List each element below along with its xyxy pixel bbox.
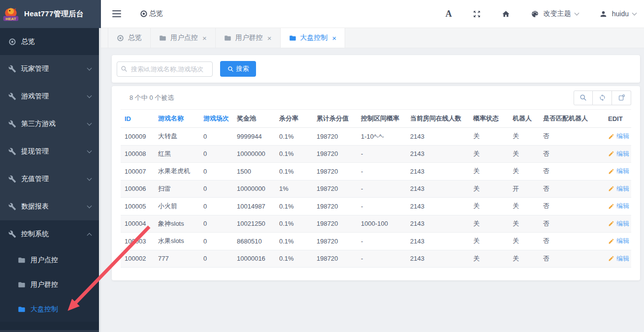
table-cell: 2143	[406, 250, 469, 268]
table-cell: 0.1%	[275, 250, 313, 268]
table-cell: 红黑	[154, 145, 199, 163]
sidebar-item-label: 控制系统	[21, 230, 49, 239]
search-icon	[121, 65, 128, 72]
table-cell: 0	[199, 250, 233, 268]
sidebar-item-recharge-management[interactable]: 充值管理	[0, 165, 101, 193]
tab-label: 大盘控制	[300, 33, 328, 42]
table-cell: 小火箭	[154, 198, 199, 215]
table-cell: 关	[469, 215, 509, 233]
font-size-button[interactable]: A	[446, 9, 452, 19]
edit-label: 编辑	[616, 237, 629, 245]
table-search-button[interactable]	[574, 91, 593, 105]
sidebar-scrollbar[interactable]	[99, 28, 101, 332]
home-button[interactable]	[502, 10, 510, 18]
edit-cell: 编辑	[604, 128, 631, 146]
main-area: 总览 A 改变主题 huidu 总览	[101, 0, 644, 332]
edit-button[interactable]: 编辑	[608, 150, 629, 158]
app-logo: HEAT	[2, 6, 20, 22]
column-header-edit: EDIT	[604, 110, 631, 128]
table-cell: -	[357, 145, 406, 163]
table-refresh-button[interactable]	[593, 91, 612, 105]
sidebar-item-withdrawal-management[interactable]: 提现管理	[0, 138, 101, 165]
user-dropdown[interactable]: huidu	[599, 10, 636, 18]
edit-label: 编辑	[616, 132, 629, 141]
close-tab-icon[interactable]: ×	[332, 34, 337, 42]
sidebar-item-data-reports[interactable]: 数据报表	[0, 193, 101, 220]
sidebar-footer	[0, 322, 101, 330]
search-button-label: 搜索	[236, 64, 249, 73]
column-header-id[interactable]: ID	[121, 110, 154, 128]
edit-button[interactable]: 编辑	[608, 237, 629, 245]
table-export-button[interactable]	[612, 91, 631, 105]
menu-toggle-icon[interactable]	[112, 10, 121, 17]
table-cell: 0	[199, 215, 233, 233]
fullscreen-button[interactable]	[473, 10, 481, 18]
table-cell: 2143	[406, 145, 469, 163]
edit-cell: 编辑	[604, 145, 631, 163]
eye-icon	[140, 10, 148, 18]
sidebar-item-label: 玩家管理	[21, 64, 49, 73]
table-row: 100007水果老虎机015000.1%198720-2143关关否编辑	[121, 163, 631, 181]
tab-user-group-control[interactable]: 用户群控 ×	[216, 28, 281, 48]
sidebar-item-third-party-games[interactable]: 第三方游戏	[0, 110, 101, 138]
edit-button[interactable]: 编辑	[608, 184, 629, 193]
search-button[interactable]: 搜索	[220, 61, 256, 77]
selection-summary: 8 个中 0 个被选	[129, 93, 174, 102]
search-icon	[580, 94, 587, 101]
search-input[interactable]	[117, 61, 213, 77]
chevron-down-icon	[87, 65, 92, 70]
edit-button[interactable]: 编辑	[608, 254, 629, 263]
table-cell: 0	[199, 163, 233, 181]
table-cell: 0.1%	[275, 215, 313, 233]
table-cell: 100006	[121, 180, 154, 198]
sidebar-item-label: 总览	[21, 37, 35, 46]
table-cell: 关	[509, 163, 539, 181]
edit-button[interactable]: 编辑	[608, 167, 629, 176]
eye-icon	[117, 34, 124, 42]
breadcrumb-label: 总览	[149, 9, 163, 18]
table-cell: 100009	[121, 128, 154, 146]
sidebar-item-market-control[interactable]: 大盘控制	[0, 297, 101, 322]
column-header-probability-status: 概率状态	[469, 110, 509, 128]
table-cell: 0	[199, 233, 233, 250]
sidebar-item-overview[interactable]: 总览	[0, 28, 101, 55]
edit-label: 编辑	[616, 184, 629, 193]
column-header-game-session[interactable]: 游戏场次	[199, 110, 233, 128]
tab-label: 总览	[128, 33, 142, 42]
table-cell: 198720	[313, 198, 357, 215]
sidebar-item-user-point-control[interactable]: 用户点控	[0, 248, 101, 272]
pencil-icon	[608, 255, 614, 262]
chevron-down-icon	[87, 176, 92, 181]
username-label: huidu	[612, 10, 629, 18]
sidebar-item-label: 数据报表	[21, 202, 49, 211]
table-action-buttons	[574, 91, 631, 105]
folder-icon	[18, 256, 26, 264]
table-cell: 关	[469, 163, 509, 181]
breadcrumb[interactable]: 总览	[140, 9, 163, 18]
theme-dropdown[interactable]: 改变主题	[531, 9, 579, 18]
tab-overview[interactable]: 总览	[108, 28, 151, 48]
close-tab-icon[interactable]: ×	[267, 34, 272, 42]
pencil-icon	[608, 133, 614, 140]
wrench-icon	[8, 203, 16, 211]
table-header-bar: 8 个中 0 个被选	[121, 86, 631, 109]
table-cell: 10000016	[233, 250, 275, 268]
wrench-icon	[8, 92, 16, 100]
sidebar-item-control-system[interactable]: 控制系统	[0, 220, 101, 248]
edit-button[interactable]: 编辑	[608, 202, 629, 211]
close-tab-icon[interactable]: ×	[202, 34, 207, 42]
column-header-game-name[interactable]: 游戏名称	[154, 110, 199, 128]
edit-button[interactable]: 编辑	[608, 132, 629, 141]
tab-market-control[interactable]: 大盘控制 ×	[281, 28, 346, 48]
table-cell: 1-10^-^-	[357, 128, 406, 146]
table-cell: 2143	[406, 233, 469, 250]
sidebar-item-player-management[interactable]: 玩家管理	[0, 55, 101, 83]
tab-user-point-control[interactable]: 用户点控 ×	[151, 28, 216, 48]
edit-button[interactable]: 编辑	[608, 219, 629, 228]
sidebar-item-game-management[interactable]: 游戏管理	[0, 83, 101, 110]
table-cell: 198720	[313, 250, 357, 268]
pencil-icon	[608, 238, 614, 244]
sidebar-item-user-group-control[interactable]: 用户群控	[0, 272, 101, 297]
table-cell: 100008	[121, 145, 154, 163]
table-row: 100009大转盘099999440.1%1987201-10^-^-2143关…	[121, 128, 631, 146]
